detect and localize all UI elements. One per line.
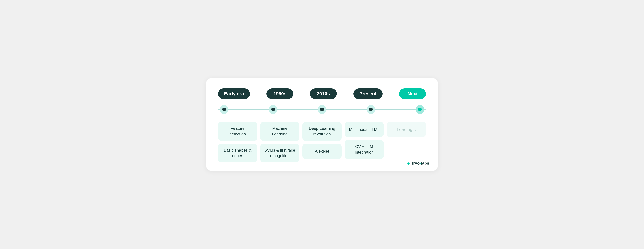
timeline-dot-ring-4: [416, 105, 424, 114]
timeline-dot-wrapper-1: [269, 105, 278, 114]
timeline-dot-wrapper-2: [318, 105, 326, 114]
era-label-2[interactable]: 2010s: [310, 88, 337, 99]
timeline-dot-3: [369, 108, 373, 111]
logo-suffix: labs: [421, 161, 429, 166]
timeline-dot-1: [271, 108, 275, 111]
content-col-1: Machine LearningSVMs & first face recogn…: [260, 122, 300, 162]
timeline-dot-wrapper-3: [366, 105, 375, 114]
timeline-row: [218, 105, 426, 114]
content-card-3-0: Multimodal LLMs: [345, 122, 384, 137]
era-label-0[interactable]: Early era: [218, 88, 250, 99]
timeline-dot-4: [418, 108, 422, 111]
era-label-4[interactable]: Next: [399, 88, 426, 99]
logo-dot: ·: [420, 161, 421, 166]
logo-text: tryo·labs: [412, 161, 429, 166]
timeline-card: Early era1990s2010sPresentNext Feature d…: [206, 78, 438, 170]
content-card-3-1: CV + LLM Integration: [345, 140, 384, 158]
content-card-0-1: Basic shapes & edges: [218, 144, 257, 162]
content-card-1-0: Machine Learning: [260, 122, 300, 140]
timeline-dot-ring-2: [318, 105, 326, 114]
content-row: Feature detectionBasic shapes & edgesMac…: [218, 122, 426, 162]
logo-area: ◈ tryo·labs: [407, 161, 429, 166]
content-card-2-0: Deep Learning revolution: [302, 122, 342, 140]
timeline-dot-2: [320, 108, 324, 111]
timeline-dot-ring-1: [269, 105, 278, 114]
logo-icon: ◈: [407, 161, 410, 166]
timeline-dot-0: [222, 108, 226, 111]
content-card-4-0: Loading...: [387, 122, 426, 137]
logo-brand: tryo: [412, 161, 420, 166]
content-col-3: Multimodal LLMsCV + LLM Integration: [345, 122, 384, 158]
era-label-3[interactable]: Present: [353, 88, 383, 99]
timeline-dot-wrapper-4: [416, 105, 424, 114]
content-col-4: Loading...: [387, 122, 426, 137]
content-card-0-0: Feature detection: [218, 122, 257, 140]
labels-row: Early era1990s2010sPresentNext: [218, 88, 426, 99]
content-col-0: Feature detectionBasic shapes & edges: [218, 122, 257, 162]
timeline-dot-ring-3: [366, 105, 375, 114]
content-card-1-1: SVMs & first face recognition: [260, 144, 300, 162]
content-col-2: Deep Learning revolutionAlexNet: [302, 122, 342, 158]
content-card-2-1: AlexNet: [302, 144, 342, 159]
era-label-1[interactable]: 1990s: [266, 88, 293, 99]
timeline-dot-wrapper-0: [220, 105, 228, 114]
timeline-dot-ring-0: [220, 105, 228, 114]
